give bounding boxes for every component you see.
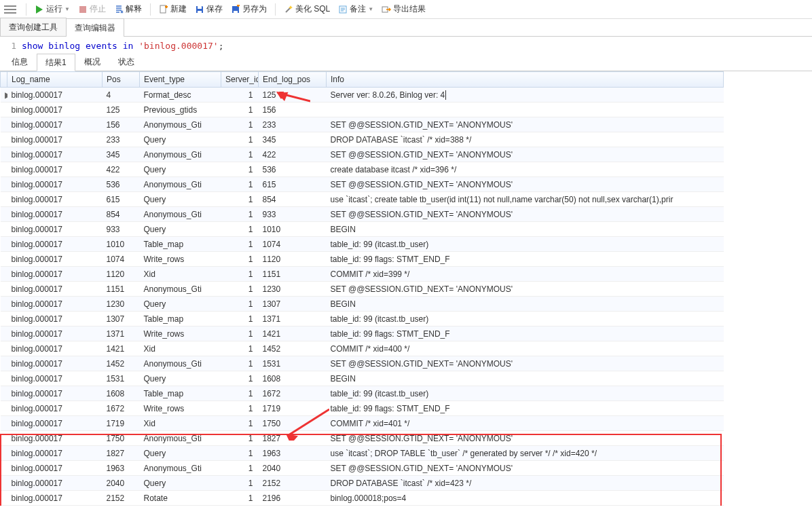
cell-info[interactable]: SET @@SESSION.GTID_NEXT= 'ANONYMOUS' [327,282,724,297]
run-button[interactable]: 运行 ▼ [32,2,73,16]
cell-elp[interactable]: 1151 [259,267,327,282]
explain-button[interactable]: 解释 [111,2,145,16]
cell-pos[interactable]: 536 [103,177,140,192]
cell-info[interactable]: use `itcast`; DROP TABLE `tb_user` /* ge… [327,446,724,461]
table-row[interactable]: binlog.000017933Query11010BEGIN [1,222,724,237]
cell-pos[interactable]: 125 [103,102,140,117]
cell-sid[interactable]: 1 [221,356,259,371]
cell-et[interactable]: Query [140,446,221,461]
table-row[interactable]: binlog.0000171074Write_rows11120table_id… [1,252,724,267]
table-row[interactable]: binlog.0000172152Rotate12196binlog.00001… [1,491,724,506]
cell-log[interactable]: binlog.000017 [7,491,103,506]
cell-et[interactable]: Anonymous_Gti [140,461,221,476]
cell-log[interactable]: binlog.000017 [7,237,103,252]
cell-log[interactable]: binlog.000017 [7,117,103,132]
cell-info[interactable]: DROP DATABASE `itcast` /* xid=423 */ [327,476,724,491]
cell-elp[interactable]: 125 [259,88,327,102]
cell-info[interactable]: table_id: 99 flags: STMT_END_F [327,327,724,341]
cell-elp[interactable]: 536 [259,162,327,177]
cell-elp[interactable]: 1608 [259,371,327,386]
cell-elp[interactable]: 2040 [259,461,327,476]
cell-pos[interactable]: 615 [103,192,140,207]
cell-sid[interactable]: 1 [221,476,259,491]
cell-et[interactable]: Query [140,222,221,237]
table-row[interactable]: binlog.0000171307Table_map11371table_id:… [1,312,724,327]
cell-sid[interactable]: 1 [221,446,259,461]
cell-info[interactable]: Server ver: 8.0.26, Binlog ver: 4 [327,88,724,102]
cell-pos[interactable]: 1120 [103,267,140,282]
cell-elp[interactable]: 1750 [259,416,327,431]
cell-et[interactable]: Rotate [140,491,221,506]
table-row[interactable]: binlog.0000171371Write_rows11421table_id… [1,327,724,341]
col-endlogpos[interactable]: End_log_pos [259,72,327,88]
cell-log[interactable]: binlog.000017 [7,356,103,371]
cell-sid[interactable]: 1 [221,327,259,341]
table-row[interactable]: binlog.0000171120Xid11151COMMIT /* xid=3… [1,267,724,282]
cell-log[interactable]: binlog.000017 [7,431,103,446]
sql-editor[interactable]: 1 show binlog events in 'binlog.000017'; [0,37,812,55]
hamburger-icon[interactable] [4,5,16,14]
cell-et[interactable]: Anonymous_Gti [140,356,221,371]
cell-sid[interactable]: 1 [221,371,259,386]
col-logname[interactable]: Log_name [7,72,103,88]
table-row[interactable]: binlog.0000172040Query12152DROP DATABASE… [1,476,724,491]
cell-et[interactable]: Xid [140,267,221,282]
save-button[interactable]: 保存 [192,2,225,16]
cell-elp[interactable]: 1230 [259,282,327,297]
cell-elp[interactable]: 1827 [259,431,327,446]
cell-pos[interactable]: 854 [103,207,140,222]
cell-sid[interactable]: 1 [221,282,259,297]
cell-et[interactable]: Format_desc [140,88,221,102]
cell-et[interactable]: Xid [140,341,221,356]
cell-sid[interactable]: 1 [221,461,259,476]
cell-et[interactable]: Anonymous_Gti [140,207,221,222]
cell-info[interactable]: BEGIN [327,371,724,386]
cell-log[interactable]: binlog.000017 [7,416,103,431]
cell-et[interactable]: Table_map [140,237,221,252]
cell-info[interactable]: table_id: 99 (itcast.tb_user) [327,237,724,252]
cell-info[interactable]: BEGIN [327,222,724,237]
tab-query-builder[interactable]: 查询创建工具 [0,18,67,36]
table-row[interactable]: binlog.0000171750Anonymous_Gti11827SET @… [1,431,724,446]
table-row[interactable]: binlog.0000171151Anonymous_Gti11230SET @… [1,282,724,297]
cell-elp[interactable]: 1010 [259,222,327,237]
table-row[interactable]: binlog.000017615Query1854use `itcast`; c… [1,192,724,207]
cell-sid[interactable]: 1 [221,117,259,132]
cell-info[interactable]: SET @@SESSION.GTID_NEXT= 'ANONYMOUS' [327,207,724,222]
cell-et[interactable]: Write_rows [140,327,221,341]
cell-info[interactable]: table_id: 99 (itcast.tb_user) [327,312,724,327]
cell-info[interactable]: COMMIT /* xid=399 */ [327,267,724,282]
cell-info[interactable]: table_id: 99 (itcast.tb_user) [327,386,724,401]
cell-pos[interactable]: 2152 [103,491,140,506]
cell-et[interactable]: Write_rows [140,401,221,416]
cell-pos[interactable]: 1827 [103,446,140,461]
cell-elp[interactable]: 422 [259,147,327,162]
cell-sid[interactable]: 1 [221,192,259,207]
cell-et[interactable]: Anonymous_Gti [140,117,221,132]
cell-info[interactable]: SET @@SESSION.GTID_NEXT= 'ANONYMOUS' [327,356,724,371]
table-row[interactable]: binlog.000017156Anonymous_Gti1233SET @@S… [1,117,724,132]
cell-pos[interactable]: 422 [103,162,140,177]
cell-sid[interactable]: 1 [221,341,259,356]
cell-log[interactable]: binlog.000017 [7,177,103,192]
cell-log[interactable]: binlog.000017 [7,88,103,102]
cell-sid[interactable]: 1 [221,252,259,267]
cell-pos[interactable]: 1531 [103,371,140,386]
table-row[interactable]: binlog.0000171230Query11307BEGIN [1,297,724,312]
table-row[interactable]: binlog.0000171010Table_map11074table_id:… [1,237,724,252]
cell-elp[interactable]: 615 [259,177,327,192]
cell-info[interactable] [327,102,724,117]
cell-log[interactable]: binlog.000017 [7,461,103,476]
cell-pos[interactable]: 156 [103,117,140,132]
cell-log[interactable]: binlog.000017 [7,341,103,356]
cell-et[interactable]: Query [140,192,221,207]
cell-info[interactable]: SET @@SESSION.GTID_NEXT= 'ANONYMOUS' [327,177,724,192]
cell-log[interactable]: binlog.000017 [7,312,103,327]
cell-sid[interactable]: 1 [221,222,259,237]
cell-log[interactable]: binlog.000017 [7,446,103,461]
cell-et[interactable]: Previous_gtids [140,102,221,117]
table-row[interactable]: binlog.000017422Query1536create database… [1,162,724,177]
cell-et[interactable]: Table_map [140,386,221,401]
cell-info[interactable]: SET @@SESSION.GTID_NEXT= 'ANONYMOUS' [327,431,724,446]
cell-pos[interactable]: 933 [103,222,140,237]
